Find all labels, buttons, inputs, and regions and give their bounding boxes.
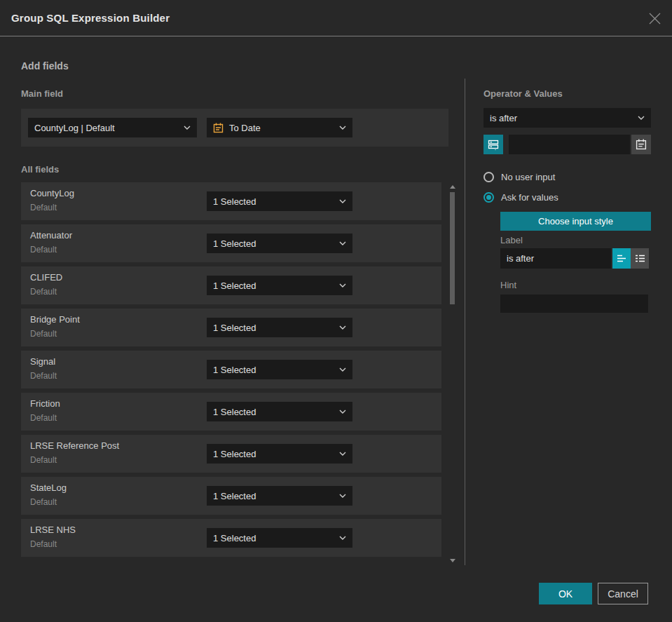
field-subtitle: Default xyxy=(30,329,57,339)
row-selection-value: 1 Selected xyxy=(213,491,335,501)
chevron-down-icon xyxy=(184,126,191,130)
operator-dropdown[interactable]: is after xyxy=(484,108,651,128)
chevron-down-icon xyxy=(339,126,346,130)
field-name: Friction xyxy=(30,398,60,409)
field-row: Friction Default 1 Selected xyxy=(21,393,441,431)
hint-input[interactable] xyxy=(500,295,648,313)
align-left-toggle-button[interactable] xyxy=(612,248,631,269)
dialog-title: Group SQL Expression Builder xyxy=(11,0,170,36)
field-row: StateLog Default 1 Selected xyxy=(21,477,441,515)
label-style-toggle xyxy=(612,248,649,269)
row-selection-value: 1 Selected xyxy=(213,449,335,459)
radio-ask-for-values-label: Ask for values xyxy=(501,192,558,203)
field-subtitle: Default xyxy=(30,203,57,212)
row-selection-value: 1 Selected xyxy=(213,323,335,333)
scroll-up-icon[interactable] xyxy=(450,185,455,189)
main-field-dropdown-value: CountyLog | Default xyxy=(34,123,179,133)
row-selection-dropdown[interactable]: 1 Selected xyxy=(207,234,352,253)
group-sql-expression-builder-dialog: Group SQL Expression Builder Add fields … xyxy=(0,0,672,622)
field-subtitle: Default xyxy=(30,413,57,423)
date-picker-button[interactable] xyxy=(631,135,651,154)
calendar-icon xyxy=(636,139,647,150)
calendar-icon xyxy=(213,123,224,133)
chevron-down-icon xyxy=(339,283,346,288)
field-row: LRSE Reference Post Default 1 Selected xyxy=(21,435,441,473)
field-name: CLIFED xyxy=(30,272,62,283)
row-selection-value: 1 Selected xyxy=(213,238,335,249)
chevron-down-icon xyxy=(339,494,346,498)
field-subtitle: Default xyxy=(30,245,57,255)
radio-on-icon[interactable] xyxy=(484,192,494,203)
row-selection-dropdown[interactable]: 1 Selected xyxy=(207,191,352,211)
choose-input-style-button[interactable]: Choose input style xyxy=(500,212,651,231)
row-selection-value: 1 Selected xyxy=(213,365,335,375)
row-selection-dropdown[interactable]: 1 Selected xyxy=(207,360,352,379)
field-subtitle: Default xyxy=(30,539,57,549)
field-name: LRSE NHS xyxy=(30,525,76,535)
all-fields-label: All fields xyxy=(21,164,59,175)
chevron-down-icon xyxy=(339,410,346,414)
field-subtitle: Default xyxy=(30,287,57,297)
label-input[interactable] xyxy=(500,248,611,269)
align-left-icon xyxy=(617,254,627,263)
field-row: CLIFED Default 1 Selected xyxy=(21,266,441,304)
row-selection-value: 1 Selected xyxy=(213,280,335,291)
field-type-dropdown-value: To Date xyxy=(229,123,261,133)
main-field-label: Main field xyxy=(21,88,63,99)
radio-off-icon[interactable] xyxy=(484,172,494,182)
bullet-list-icon xyxy=(635,254,645,263)
main-field-dropdown[interactable]: CountyLog | Default xyxy=(28,118,197,137)
scroll-down-icon[interactable] xyxy=(450,559,455,562)
close-icon[interactable] xyxy=(649,13,661,25)
row-selection-dropdown[interactable]: 1 Selected xyxy=(207,444,352,464)
row-selection-dropdown[interactable]: 1 Selected xyxy=(207,486,352,506)
bullet-list-toggle-button[interactable] xyxy=(631,248,649,269)
chevron-down-icon xyxy=(339,452,346,456)
operator-dropdown-value: is after xyxy=(490,113,633,123)
add-fields-heading: Add fields xyxy=(21,60,69,72)
field-row: Signal Default 1 Selected xyxy=(21,351,441,388)
row-selection-dropdown[interactable]: 1 Selected xyxy=(207,528,352,548)
ok-button[interactable]: OK xyxy=(539,583,592,604)
cancel-button[interactable]: Cancel xyxy=(598,583,648,604)
field-name: LRSE Reference Post xyxy=(30,440,119,451)
radio-no-user-input[interactable]: No user input xyxy=(484,172,555,182)
field-name: Signal xyxy=(30,356,55,367)
field-name: Attenuator xyxy=(30,230,72,241)
list-scrollbar[interactable] xyxy=(448,181,457,565)
field-row: Bridge Point Default 1 Selected xyxy=(21,309,441,346)
chevron-down-icon xyxy=(339,367,346,372)
field-row: LRSE NHS Default 1 Selected xyxy=(21,519,441,557)
main-field-container: CountyLog | Default To Date xyxy=(21,109,448,147)
select-values-button[interactable] xyxy=(484,135,503,154)
panel-divider xyxy=(465,79,465,565)
scrollbar-thumb[interactable] xyxy=(450,192,455,304)
row-selection-value: 1 Selected xyxy=(213,196,335,207)
chevron-down-icon xyxy=(339,536,346,540)
field-subtitle: Default xyxy=(30,371,57,381)
value-input[interactable] xyxy=(509,135,630,154)
field-name: CountyLog xyxy=(30,188,74,198)
row-selection-dropdown[interactable]: 1 Selected xyxy=(207,318,352,337)
field-row: CountyLog Default 1 Selected xyxy=(21,182,441,220)
field-name: StateLog xyxy=(30,482,67,493)
field-row: Attenuator Default 1 Selected xyxy=(21,224,441,262)
field-subtitle: Default xyxy=(30,455,57,465)
select-values-icon xyxy=(488,139,499,150)
chevron-down-icon xyxy=(339,199,346,203)
operator-values-heading: Operator & Values xyxy=(484,88,563,99)
field-type-dropdown[interactable]: To Date xyxy=(207,118,352,137)
field-subtitle: Default xyxy=(30,497,57,507)
chevron-down-icon xyxy=(339,241,346,245)
field-name: Bridge Point xyxy=(30,314,80,325)
hint-label: Hint xyxy=(500,280,516,290)
row-selection-value: 1 Selected xyxy=(213,533,335,543)
chevron-down-icon xyxy=(638,116,645,120)
row-selection-dropdown[interactable]: 1 Selected xyxy=(207,402,352,421)
row-selection-dropdown[interactable]: 1 Selected xyxy=(207,276,352,295)
all-fields-list: CountyLog Default 1 Selected Attenuator … xyxy=(21,182,441,557)
label-label: Label xyxy=(500,235,523,245)
radio-ask-for-values[interactable]: Ask for values xyxy=(484,192,558,203)
dialog-header: Group SQL Expression Builder xyxy=(0,0,672,36)
radio-no-user-input-label: No user input xyxy=(501,172,555,182)
